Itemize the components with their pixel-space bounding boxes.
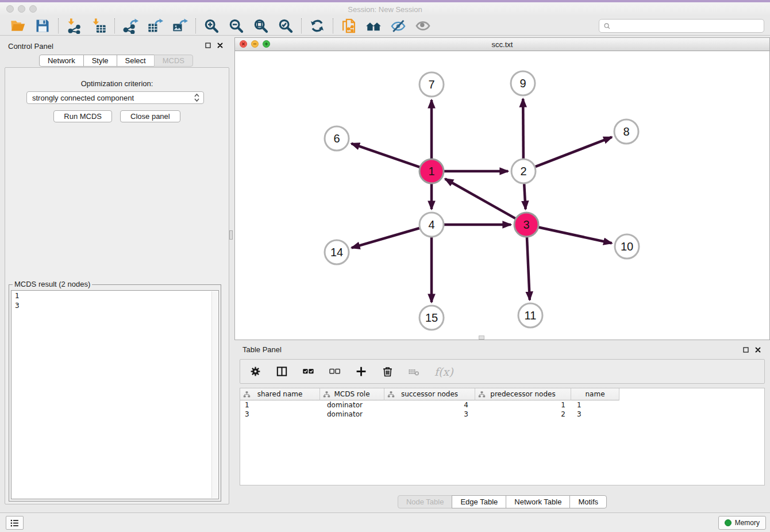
delete-columns-icon[interactable]	[382, 365, 394, 377]
node-8[interactable]: 8	[614, 119, 638, 144]
table-cell[interactable]: 2	[475, 410, 571, 419]
float-table-panel-icon[interactable]	[742, 346, 749, 353]
tab-network[interactable]: Network	[39, 55, 84, 67]
table-cell[interactable]: 1	[571, 400, 619, 410]
zoom-selected-icon[interactable]	[278, 18, 294, 34]
column-type-icon	[387, 391, 395, 398]
edge-3-1[interactable]	[445, 179, 518, 219]
edge-2-8[interactable]	[533, 137, 612, 168]
toggle-column-display-icon[interactable]	[276, 365, 288, 377]
select-all-columns-icon[interactable]	[302, 365, 314, 377]
export-network-icon[interactable]	[122, 18, 138, 34]
svg-text:6: 6	[333, 132, 340, 145]
edge-4-14[interactable]	[352, 228, 422, 248]
memory-status-icon	[725, 519, 732, 526]
unselect-all-columns-icon[interactable]	[329, 365, 341, 377]
export-image-icon[interactable]	[172, 18, 188, 34]
svg-text:15: 15	[425, 311, 438, 324]
tab-edge-table[interactable]: Edge Table	[452, 495, 506, 508]
column-header-predecessor-nodes[interactable]: predecessor nodes	[475, 388, 571, 400]
run-mcds-button[interactable]: Run MCDS	[53, 110, 112, 122]
zoom-in-icon[interactable]	[203, 18, 220, 34]
close-panel-button[interactable]: Close panel	[120, 110, 180, 122]
node-10[interactable]: 10	[615, 234, 639, 259]
column-header-mcds-role[interactable]: MCDS role	[320, 388, 384, 400]
node-9[interactable]: 9	[511, 71, 535, 95]
column-header-label: predecessor nodes	[490, 390, 555, 398]
export-table-icon[interactable]	[147, 18, 163, 34]
table-mode-icon[interactable]	[249, 365, 261, 377]
table-cell[interactable]: 4	[384, 400, 475, 410]
network-window-titlebar[interactable]: scc.txt	[235, 38, 769, 51]
import-network-icon[interactable]	[66, 18, 82, 34]
table-toolbar: f(x)	[240, 359, 765, 384]
float-panel-icon[interactable]	[205, 42, 211, 49]
column-header-shared-name[interactable]: shared name	[240, 388, 320, 400]
tab-network-table[interactable]: Network Table	[506, 495, 570, 508]
search-box[interactable]	[599, 19, 764, 33]
column-type-icon	[323, 391, 330, 398]
node-3[interactable]: 3	[514, 213, 538, 237]
hide-selected-icon[interactable]	[390, 18, 406, 34]
search-input[interactable]	[611, 20, 764, 32]
column-header-label: shared name	[257, 390, 303, 398]
memory-button[interactable]: Memory	[718, 516, 766, 530]
close-panel-icon[interactable]	[217, 42, 224, 49]
edge-2-3[interactable]	[524, 182, 526, 209]
function-builder-button: f(x)	[434, 365, 453, 378]
table-cell[interactable]: dominator	[320, 410, 384, 419]
table-row[interactable]: 3dominator323	[240, 410, 764, 419]
table-panel-title: Table Panel	[242, 345, 282, 354]
table-cell[interactable]: 1	[240, 400, 320, 410]
node-7[interactable]: 7	[419, 72, 444, 97]
close-table-panel-icon[interactable]	[754, 346, 761, 353]
node-11[interactable]: 11	[518, 303, 542, 327]
toolbar-group	[333, 18, 438, 34]
network-canvas[interactable]: 7968124314101511	[235, 51, 769, 340]
open-session-icon[interactable]	[10, 18, 26, 34]
mcds-result-area[interactable]: 1 3	[11, 290, 219, 499]
import-table-icon[interactable]	[91, 18, 107, 34]
column-header-successor-nodes[interactable]: successor nodes	[384, 388, 475, 400]
node-2[interactable]: 2	[511, 159, 536, 183]
first-neighbors-icon[interactable]	[365, 18, 382, 34]
table-row[interactable]: 1dominator411	[240, 400, 764, 410]
save-session-icon[interactable]	[34, 18, 51, 34]
result-scrollbar[interactable]	[211, 291, 218, 498]
refresh-icon[interactable]	[309, 18, 325, 34]
node-4[interactable]: 4	[419, 213, 444, 237]
edge-2-9[interactable]	[523, 99, 523, 161]
column-header-name[interactable]: name	[571, 388, 619, 400]
table-cell[interactable]: 3	[240, 410, 320, 419]
node-6[interactable]: 6	[325, 126, 349, 151]
table-cell[interactable]: dominator	[320, 400, 384, 410]
tab-style[interactable]: Style	[83, 55, 117, 67]
zoom-fit-icon[interactable]	[253, 18, 269, 34]
table-cell[interactable]: 3	[384, 410, 475, 419]
create-column-icon[interactable]	[355, 365, 367, 377]
node-15[interactable]: 15	[419, 306, 444, 330]
column-header-label: successor nodes	[401, 390, 458, 398]
tab-mcds[interactable]: MCDS	[154, 55, 193, 67]
new-network-from-selection-icon[interactable]	[341, 18, 357, 34]
table-cell[interactable]: 1	[475, 400, 571, 410]
node-1[interactable]: 1	[419, 159, 444, 183]
criterion-select[interactable]: strongly connected component	[26, 91, 204, 104]
show-all-icon[interactable]	[415, 18, 431, 34]
node-14[interactable]: 14	[325, 240, 349, 264]
edge-3-10[interactable]	[537, 227, 612, 243]
tab-node-table[interactable]: Node Table	[398, 495, 453, 508]
zoom-out-icon[interactable]	[228, 18, 244, 34]
table-cell[interactable]: 3	[571, 410, 619, 419]
control-panel-tabs: NetworkStyleSelectMCDS	[0, 55, 232, 67]
toolbar-group	[59, 18, 114, 34]
edge-3-11[interactable]	[527, 235, 530, 300]
mcds-result-lines: 1 3	[11, 291, 218, 311]
task-history-button[interactable]	[6, 516, 24, 530]
tab-select[interactable]: Select	[117, 55, 155, 67]
edge-1-6[interactable]	[352, 144, 422, 168]
panel-splitter-handle[interactable]	[229, 230, 233, 240]
horizontal-splitter-handle[interactable]	[479, 336, 484, 340]
column-type-icon	[243, 391, 251, 398]
tab-motifs[interactable]: Motifs	[569, 495, 607, 508]
